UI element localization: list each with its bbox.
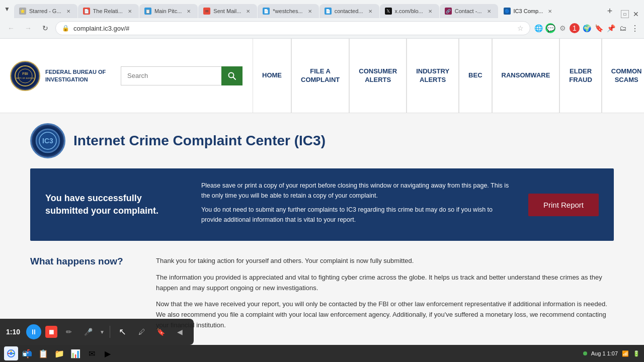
tab-contact[interactable]: 🔗 Contact -... ✕ [440, 4, 498, 18]
close-window-btn[interactable]: ✕ [632, 10, 640, 18]
success-banner: You have successfully submitted your com… [30, 168, 614, 241]
address-bar-row: ← → ↻ 🔒 complaint.ic3.gov/# ☆ 🌐 💬 ⚙ 1 🌍 … [0, 18, 644, 38]
tab-xcom[interactable]: 𝕏 x.com/blo... ✕ [380, 4, 439, 18]
recording-time: 1:10 [6, 328, 22, 336]
taskbar-sheets[interactable]: 📊 [68, 346, 83, 360]
taskbar-docs[interactable]: 📋 [36, 346, 50, 360]
tab-label: Sent Mail... [213, 8, 241, 14]
recording-toolbar: 1:10 ⏸ ⏹ ✏ 🎤 ▼ ↖ 🖊 🔖 ◀ [0, 319, 194, 345]
tab-label: Starred - G... [29, 8, 61, 14]
tab-sentmail[interactable]: ✉ Sent Mail... ✕ [198, 4, 257, 18]
tab-westches[interactable]: 📄 *westches... ✕ [258, 4, 318, 18]
tab-label: x.com/blo... [395, 8, 423, 14]
tab-close[interactable]: ✕ [306, 7, 314, 15]
tab-close[interactable]: ✕ [485, 7, 493, 15]
tab-bar: ▼ ⭐ Starred - G... ✕ 📄 The Relati... ✕ 📋… [0, 0, 644, 18]
chrome-menu-icon[interactable]: ⋮ [630, 23, 640, 33]
nav-industry-alerts[interactable]: INDUSTRYALERTS [407, 39, 459, 113]
cursor-tool-button[interactable]: ↖ [115, 324, 130, 339]
chrome-menu-btn[interactable]: ▼ [0, 0, 14, 18]
tab-close[interactable]: ✕ [366, 7, 374, 15]
nav-ransomware[interactable]: RANSOMWARE [492, 39, 560, 113]
nav-consumer-alerts[interactable]: CONSUMERALERTS [349, 39, 407, 113]
extension-btn-1[interactable]: 🌐 [533, 23, 543, 33]
fbi-seal: FBI DEPT. OF JUSTICE [10, 61, 40, 91]
tab-mainpitch[interactable]: 📋 Main Pitc... ✕ [139, 4, 198, 18]
extension-btn-6[interactable]: 🔖 [594, 23, 604, 33]
tab-favicon: 📄 [325, 8, 332, 15]
tab-favicon: 📋 [144, 8, 151, 15]
taskbar-gmail[interactable]: ✉ [85, 346, 99, 360]
wifi-icon: 📶 [622, 350, 629, 357]
tab-close[interactable]: ✕ [185, 7, 193, 15]
url-text: complaint.ic3.gov/# [73, 25, 129, 32]
site-search-input[interactable] [121, 66, 221, 85]
toolbar-divider [110, 326, 110, 338]
collapse-toolbar-button[interactable]: ◀ [173, 324, 188, 339]
extension-btn-3[interactable]: ⚙ [557, 23, 568, 33]
address-bar[interactable]: 🔒 complaint.ic3.gov/# ☆ [55, 21, 530, 35]
tab-starred[interactable]: ⭐ Starred - G... ✕ [14, 4, 77, 18]
reload-button[interactable]: ↻ [38, 21, 52, 35]
nav-common-scams[interactable]: COMMONSCAMS [602, 39, 644, 113]
taskbar-mail[interactable]: 📬 [20, 346, 34, 360]
star-icon[interactable]: ☆ [517, 24, 524, 32]
extension-btn-7[interactable]: 📌 [606, 23, 616, 33]
tab-close[interactable]: ✕ [426, 7, 434, 15]
tab-favicon: 📄 [263, 8, 270, 15]
network-status-dot [583, 351, 587, 355]
what-happens-p1: Thank you for taking action for yourself… [156, 256, 614, 266]
svg-text:DEPT. OF JUSTICE: DEPT. OF JUSTICE [16, 77, 34, 79]
pause-recording-button[interactable]: ⏸ [26, 324, 41, 339]
tab-relati[interactable]: 📄 The Relati... ✕ [78, 4, 139, 18]
svg-text:FBI: FBI [22, 72, 28, 75]
tab-close-active[interactable]: ✕ [546, 7, 554, 15]
taskbar-chrome[interactable] [4, 346, 18, 360]
stamp-tool-button[interactable]: 🔖 [153, 324, 169, 339]
tab-close[interactable]: ✕ [244, 7, 252, 15]
site-search-button[interactable] [221, 66, 243, 85]
forward-button[interactable]: → [21, 21, 35, 35]
taskbar: 📬 📋 📁 📊 ✉ ▶ Aug 1 1:07 📶 🔋 [0, 345, 644, 362]
extension-btn-4[interactable]: 1 [570, 23, 580, 33]
site-wrapper: FBI DEPT. OF JUSTICE FEDERAL BUREAU OF I… [0, 39, 644, 362]
mic-button[interactable]: 🎤 [80, 324, 96, 339]
tab-label: Main Pitc... [154, 8, 182, 14]
tab-contacted[interactable]: 📄 contacted... ✕ [319, 4, 379, 18]
success-detail-2: You do not need to submit any further co… [201, 205, 513, 225]
draw-tool-button[interactable]: ✏ [61, 324, 76, 339]
mic-dropdown[interactable]: ▼ [100, 329, 105, 335]
tab-close[interactable]: ✕ [126, 7, 134, 15]
pen-tool-button[interactable]: 🖊 [134, 324, 149, 339]
what-happens-p2: The information you provided is apprecia… [156, 273, 614, 294]
svg-line-5 [233, 77, 236, 79]
what-happens-text: Thank you for taking action for yourself… [156, 256, 614, 337]
success-left: You have successfully submitted your com… [45, 192, 186, 217]
taskbar-files[interactable]: 📁 [52, 346, 66, 360]
nav-file-complaint[interactable]: FILE ACOMPLAINT [291, 39, 349, 113]
tab-favicon: 📄 [83, 8, 90, 15]
nav-elder-fraud[interactable]: ELDERFRAUD [559, 39, 602, 113]
success-middle: Please save or print a copy of your repo… [201, 180, 513, 229]
tab-label: The Relati... [93, 8, 123, 14]
back-button[interactable]: ← [4, 21, 18, 35]
new-tab-button[interactable]: + [603, 4, 617, 18]
battery-icon: 🔋 [633, 350, 640, 357]
ic3-logo: IC3 [30, 123, 65, 158]
taskbar-youtube[interactable]: ▶ [101, 346, 115, 360]
tab-close[interactable]: ✕ [64, 7, 72, 15]
extension-btn-8[interactable]: 🗂 [618, 23, 628, 33]
site-nav: HOME FILE ACOMPLAINT CONSUMERALERTS INDU… [253, 39, 644, 113]
extension-btn-2[interactable]: 💬 [545, 23, 555, 33]
tab-favicon: 🔵 [504, 8, 511, 15]
tab-ic3[interactable]: 🔵 IC3 Comp... ✕ [499, 4, 559, 18]
print-report-button[interactable]: Print Report [528, 194, 599, 216]
browser-chrome: ▼ ⭐ Starred - G... ✕ 📄 The Relati... ✕ 📋… [0, 0, 644, 39]
what-happens-p3: Now that the we have received your repor… [156, 299, 614, 330]
tab-favicon: 🔗 [445, 8, 452, 15]
stop-recording-button[interactable]: ⏹ [45, 326, 57, 338]
nav-bec[interactable]: BEC [459, 39, 492, 113]
restore-window-btn[interactable]: □ [621, 10, 629, 18]
nav-home[interactable]: HOME [253, 39, 291, 113]
extension-btn-5[interactable]: 🌍 [582, 23, 592, 33]
